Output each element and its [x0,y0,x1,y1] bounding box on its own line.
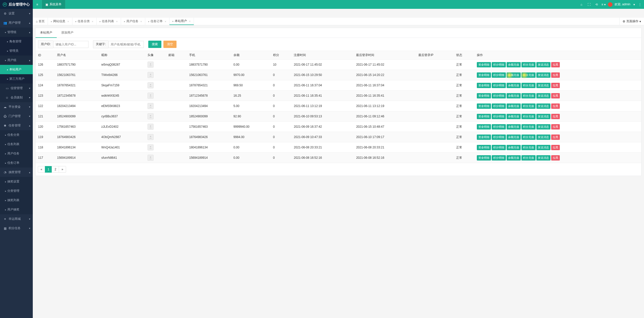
op-button[interactable]: 拉黑 [551,145,560,150]
op-button[interactable]: 积分明细 [492,124,506,129]
op-button[interactable]: 发送消息 [536,72,550,78]
close-icon[interactable]: × [92,20,93,23]
nav-site-user[interactable]: ▸本站用户 [0,65,33,74]
op-button[interactable]: 拉黑 [551,62,560,67]
chevron-down-icon[interactable]: ▾ [633,3,635,6]
page-button[interactable]: » [59,166,66,173]
nav-task-category[interactable]: ▸任务分类 [0,130,33,140]
nav-role-mgmt[interactable]: ▸角色管理 [0,37,33,46]
op-button[interactable]: 余额充值 [507,62,521,67]
op-button[interactable]: 发送消息 [536,114,550,119]
op-button[interactable]: 积分明细 [492,93,506,98]
op-button[interactable]: 拉黑 [551,93,560,98]
op-button[interactable]: 积分充值 [521,72,536,78]
menu-toggle-button[interactable]: ≡ [33,0,42,9]
op-button[interactable]: 积分充值 [521,103,536,109]
tab-item[interactable]: ▸网站信息× [48,18,72,25]
clear-button[interactable]: 清空 [163,41,177,48]
op-button[interactable]: 余额充值 [507,72,521,78]
op-button[interactable]: 余额充值 [507,124,521,129]
tab-item[interactable]: ▸用户任务× [121,18,145,25]
avatar[interactable] [608,2,612,7]
tab-item[interactable]: ▸任务订单× [145,18,169,25]
op-button[interactable]: 资金明细 [477,114,491,119]
nav-task-list[interactable]: ▸任务列表 [0,140,33,149]
nav-platform-funds[interactable]: ☁平台资金▾ [0,102,33,112]
op-button[interactable]: 拉黑 [551,114,560,119]
nav-user-mgmt[interactable]: 👥用户管理▴ [0,18,33,28]
nav-sms-mgmt[interactable]: ▭信管管理▾ [0,84,33,93]
nav-task-order[interactable]: ▸任务订单 [0,158,33,168]
panel-tab-site-users[interactable]: 本站用户 [36,28,57,38]
nav-user-task[interactable]: ▸用户任务 [0,149,33,158]
op-button[interactable]: 发送消息 [536,124,550,129]
op-button[interactable]: 资金明细 [477,93,491,98]
page-ops-button[interactable]: ⚙页面操作▾ [619,18,644,25]
tab-item[interactable]: ▸本站用户× [169,18,194,25]
op-button[interactable]: 资金明细 [477,72,491,78]
keyword-input[interactable] [108,41,144,48]
search-button[interactable]: 搜索 [148,41,161,48]
op-button[interactable]: 积分明细 [492,83,506,88]
op-button[interactable]: 发送消息 [536,155,550,161]
nav-mgmt-group[interactable]: ▸管理组▴ [0,28,33,37]
op-button[interactable]: 积分明细 [492,72,506,78]
system-menu-button[interactable]: ▣ 系统菜单 [42,0,65,9]
nav-task-mgmt[interactable]: ✱任务管理▴ [0,121,33,130]
op-button[interactable]: 积分明细 [492,103,506,109]
op-button[interactable]: 拉黑 [551,83,560,88]
op-button[interactable]: 积分充值 [521,114,536,119]
tab-home[interactable]: ⌂首页 [33,18,48,25]
op-button[interactable]: 资金明细 [477,62,491,67]
page-button[interactable]: « [38,166,45,173]
op-button[interactable]: 积分明细 [492,135,506,140]
op-button[interactable]: 发送消息 [536,62,550,67]
op-button[interactable]: 拉黑 [551,124,560,129]
op-button[interactable]: 余额充值 [507,135,521,140]
nav-member-level[interactable]: ☺会员级别▾ [0,93,33,102]
page-button[interactable]: 1 [45,166,52,173]
tab-item[interactable]: ▸任务列表× [97,18,121,25]
close-icon[interactable]: × [67,20,69,23]
op-button[interactable]: 资金明细 [477,83,491,88]
op-button[interactable]: 积分充值 [521,62,536,67]
op-button[interactable]: 余额充值 [507,103,521,109]
op-button[interactable]: 积分充值 [521,93,536,98]
op-button[interactable]: 积分充值 [521,135,536,140]
close-icon[interactable]: × [189,20,190,23]
nav-settings[interactable]: ⚙设置▾ [0,9,33,18]
nav-portal-mgmt[interactable]: ⏻门户管理▾ [0,112,33,121]
op-button[interactable]: 积分明细 [492,145,506,150]
close-icon[interactable]: × [165,20,166,23]
op-button[interactable]: 资金明细 [477,155,491,161]
op-button[interactable]: 拉黑 [551,103,560,109]
op-button[interactable]: 资金明细 [477,103,491,109]
uid-input[interactable] [53,41,89,48]
op-button[interactable]: 余额充值 [507,155,521,161]
menu-dropdown-icon[interactable]: ≡▾ [600,0,608,9]
more-icon[interactable]: ⋮ [638,3,641,6]
op-button[interactable]: 积分充值 [521,124,536,129]
page-button[interactable]: 2 [52,166,59,173]
tab-item[interactable]: ▸任务分类× [72,18,97,25]
op-button[interactable]: 积分充值 [521,155,536,161]
close-icon[interactable]: × [140,20,142,23]
op-button[interactable]: 拉黑 [551,155,560,161]
op-button[interactable]: 余额充值 [507,145,521,150]
op-button[interactable]: 拉黑 [551,72,560,78]
close-icon[interactable]: × [116,20,118,23]
nav-admin[interactable]: ▸管理员 [0,46,33,56]
op-button[interactable]: 发送消息 [536,103,550,109]
op-button[interactable]: 发送消息 [536,83,550,88]
panel-tab-add-user[interactable]: 添加用户 [57,28,78,38]
op-button[interactable]: 积分明细 [492,114,506,119]
home-icon[interactable]: ⌂ [578,0,585,9]
expand-icon[interactable]: ⛶ [585,0,593,9]
op-button[interactable]: 资金明细 [477,145,491,150]
op-button[interactable]: 余额充值 [507,114,521,119]
op-button[interactable]: 拉黑 [551,135,560,140]
nav-lottery-settings[interactable]: ▸抽奖设置 [0,177,33,178]
op-button[interactable]: 余额充值 [507,93,521,98]
op-button[interactable]: 发送消息 [536,145,550,150]
op-button[interactable]: 发送消息 [536,135,550,140]
